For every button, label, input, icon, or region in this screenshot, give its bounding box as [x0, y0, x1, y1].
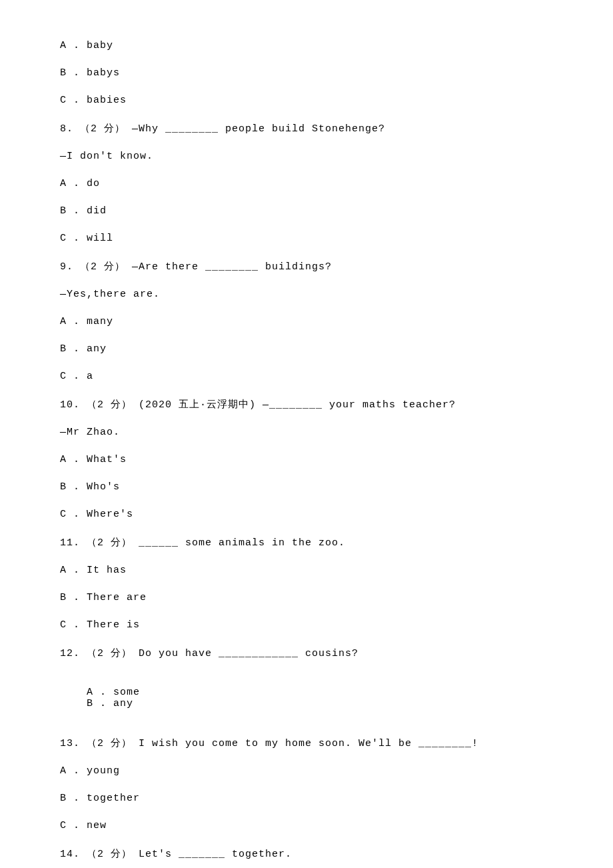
q8-dialogue: —I don't know. — [60, 151, 553, 162]
q10-dialogue: —Mr Zhao. — [60, 427, 553, 438]
q9-stem: 9. （2 分） —Are there ________ buildings? — [60, 260, 553, 273]
q13-stem: 13. （2 分） I wish you come to my home soo… — [60, 737, 553, 749]
q9-option-a: A . many — [60, 316, 553, 327]
exam-page: A . baby B . babys C . babies 8. （2 分） —… — [0, 0, 613, 868]
q13-option-b: B . together — [60, 793, 553, 804]
q7-option-b: B . babys — [60, 67, 553, 79]
q11-option-a: A . It has — [60, 565, 553, 576]
q13-option-c: C . new — [60, 820, 553, 831]
q9-option-c: C . a — [60, 371, 553, 382]
q8-option-c: C . will — [60, 233, 553, 244]
q10-option-c: C . Where's — [60, 509, 553, 520]
q12-option-a: A . some — [87, 687, 140, 698]
q11-option-b: B . There are — [60, 592, 553, 603]
q14-stem: 14. （2 分） Let's _______ together. — [60, 847, 553, 860]
q11-stem: 11. （2 分） ______ some animals in the zoo… — [60, 536, 553, 549]
q12-options-row: A . some B . any — [60, 675, 553, 721]
q9-option-b: B . any — [60, 343, 553, 355]
q8-stem: 8. （2 分） —Why ________ people build Ston… — [60, 122, 553, 135]
q8-option-a: A . do — [60, 178, 553, 189]
q9-dialogue: —Yes,there are. — [60, 289, 553, 300]
q12-stem: 12. （2 分） Do you have ____________ cousi… — [60, 647, 553, 659]
q7-option-c: C . babies — [60, 95, 553, 106]
q8-option-b: B . did — [60, 205, 553, 217]
q10-option-a: A . What's — [60, 454, 553, 465]
q13-option-a: A . young — [60, 765, 553, 777]
q7-option-a: A . baby — [60, 40, 553, 51]
q10-option-b: B . Who's — [60, 481, 553, 493]
q12-option-b: B . any — [87, 698, 133, 709]
q11-option-c: C . There is — [60, 619, 553, 631]
q10-stem: 10. （2 分） (2020 五上·云浮期中) —________ your … — [60, 398, 553, 411]
